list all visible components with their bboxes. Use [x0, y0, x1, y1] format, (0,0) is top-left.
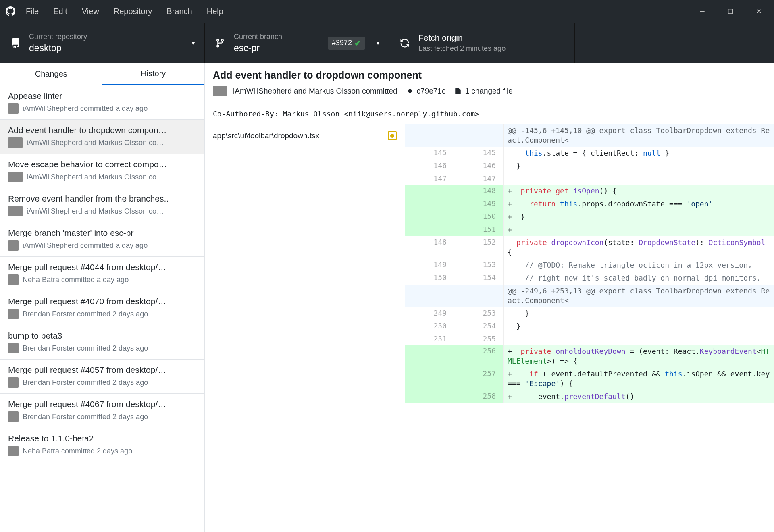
code: } [504, 160, 774, 172]
line-no-new: 258 [454, 390, 504, 403]
avatar [8, 411, 19, 422]
menu-view[interactable]: View [82, 7, 99, 16]
line-no-old: 145 [405, 147, 454, 160]
repo-value: desktop [29, 43, 181, 54]
commit-item[interactable]: bump to beta3 Brendan Forster committed … [0, 325, 204, 360]
sync-icon [399, 37, 410, 49]
commit-item-meta: iAmWillShepherd and Markus Olsson co… [27, 207, 164, 216]
commit-item-title: Merge branch 'master' into esc-pr [8, 228, 196, 238]
commit-item-title: Merge pull request #4044 from desktop/… [8, 262, 196, 272]
avatar [8, 446, 19, 456]
toolbar: Current repository desktop ▾ Current bra… [0, 23, 774, 63]
chevron-down-icon: ▾ [377, 40, 379, 46]
line-no-old [405, 368, 454, 390]
commit-item-meta: Brendan Forster committed 2 days ago [23, 344, 148, 353]
line-no-new: 257 [454, 368, 504, 390]
line-no-new: 253 [454, 307, 504, 320]
commit-item-title: bump to beta3 [8, 331, 196, 341]
avatar [8, 103, 19, 114]
fetch-label: Fetch origin [418, 33, 565, 43]
commit-item[interactable]: Appease linter iAmWillShepherd committed… [0, 85, 204, 120]
close-icon[interactable]: ✕ [754, 8, 764, 15]
avatar [8, 343, 19, 353]
avatar [8, 274, 19, 285]
commit-item-meta: iAmWillShepherd and Markus Olsson co… [27, 173, 164, 181]
menu-help[interactable]: Help [207, 7, 223, 16]
commit-header: Add event handler to dropdown component … [205, 63, 774, 104]
avatar [213, 86, 227, 96]
branch-dropdown[interactable]: Current branch esc-pr #3972 ✔ ▾ [205, 23, 389, 63]
repo-dropdown[interactable]: Current repository desktop ▾ [0, 23, 205, 63]
maximize-icon[interactable]: ☐ [726, 8, 735, 15]
app-menu: File Edit View Repository Branch Help [26, 7, 223, 16]
commit-item-meta: Brendan Forster committed 2 days ago [23, 310, 148, 318]
menu-edit[interactable]: Edit [53, 7, 67, 16]
code: + } [504, 210, 774, 223]
code: @@ -249,6 +253,13 @@ export class Toolba… [504, 285, 774, 307]
file-item[interactable]: app\src\ui\toolbar\dropdown.tsx [205, 124, 405, 148]
commit-item-meta: Brendan Forster committed 2 days ago [23, 378, 148, 387]
line-no-new: 148 [454, 185, 504, 197]
commit-item-meta: Neha Batra committed 2 days ago [23, 447, 132, 455]
diff-line: 148+ private get isOpen() { [405, 185, 774, 197]
diff-line: 249253 } [405, 307, 774, 320]
commit-item-meta: Neha Batra committed a day ago [23, 276, 129, 284]
commit-list[interactable]: Appease linter iAmWillShepherd committed… [0, 85, 204, 462]
diff-line: @@ -249,6 +253,13 @@ export class Toolba… [405, 285, 774, 307]
code: + event.preventDefault() [504, 390, 774, 403]
tab-changes[interactable]: Changes [0, 63, 102, 85]
modified-icon [388, 131, 397, 140]
commit-item[interactable]: Merge branch 'master' into esc-pr iAmWil… [0, 222, 204, 257]
commit-item[interactable]: Add event handler to dropdown compon… iA… [0, 120, 204, 154]
commit-item-meta: iAmWillShepherd committed a day ago [23, 104, 148, 113]
line-no-new: 146 [454, 160, 504, 172]
avatar [8, 309, 19, 319]
menu-file[interactable]: File [26, 7, 39, 16]
line-no-old [405, 285, 454, 307]
sidebar-tabs: Changes History [0, 63, 204, 85]
menu-branch[interactable]: Branch [166, 7, 192, 16]
line-no-old: 250 [405, 320, 454, 333]
menu-repository[interactable]: Repository [114, 7, 152, 16]
diff-line: 147147 [405, 172, 774, 185]
sidebar: Changes History Appease linter iAmWillSh… [0, 63, 205, 532]
commit-item[interactable]: Merge pull request #4044 from desktop/… … [0, 257, 204, 291]
coauthor-line: Co-Authored-By: Markus Olsson <niik@user… [205, 104, 774, 124]
pr-badge: #3972 ✔ [328, 37, 365, 50]
commit-item-title: Remove event handler from the branches.. [8, 194, 196, 204]
code: + return this.props.dropdownState === 'o… [504, 197, 774, 210]
code: // right now it's scaled badly on normal… [504, 272, 774, 285]
avatar [8, 240, 19, 251]
tab-history[interactable]: History [102, 63, 205, 85]
commit-item[interactable]: Remove event handler from the branches..… [0, 188, 204, 222]
line-no-old [405, 210, 454, 223]
changed-files-list: app\src\ui\toolbar\dropdown.tsx [205, 124, 405, 532]
diff-view[interactable]: @@ -145,6 +145,10 @@ export class Toolba… [405, 124, 774, 532]
fetch-button[interactable]: Fetch origin Last fetched 2 minutes ago [389, 23, 575, 63]
code: } [504, 307, 774, 320]
code [504, 333, 774, 345]
commit-item[interactable]: Merge pull request #4057 from desktop/… … [0, 360, 204, 394]
code: private dropdownIcon(state: DropdownStat… [504, 236, 774, 259]
commit-item-title: Add event handler to dropdown compon… [8, 125, 196, 135]
avatar [8, 137, 23, 148]
branch-value: esc-pr [234, 43, 320, 54]
commit-title: Add event handler to dropdown component [213, 69, 766, 81]
minimize-icon[interactable]: ─ [697, 8, 707, 15]
line-no-old: 149 [405, 259, 454, 272]
line-no-new: 154 [454, 272, 504, 285]
commit-item[interactable]: Merge pull request #4070 from desktop/… … [0, 291, 204, 325]
commit-item[interactable]: Merge pull request #4067 from desktop/… … [0, 394, 204, 428]
line-no-old: 146 [405, 160, 454, 172]
diff-line: 251255 [405, 333, 774, 345]
line-no-old: 147 [405, 172, 454, 185]
commit-icon [406, 87, 414, 95]
line-no-new: 147 [454, 172, 504, 185]
commit-item-meta: iAmWillShepherd and Markus Olsson co… [27, 139, 164, 147]
commit-item[interactable]: Release to 1.1.0-beta2 Neha Batra commit… [0, 428, 204, 462]
line-no-new: 254 [454, 320, 504, 333]
commit-item[interactable]: Move escape behavior to correct compo… i… [0, 154, 204, 188]
line-no-new [454, 124, 504, 147]
diff-line: 150154 // right now it's scaled badly on… [405, 272, 774, 285]
code: @@ -145,6 +145,10 @@ export class Toolba… [504, 124, 774, 147]
